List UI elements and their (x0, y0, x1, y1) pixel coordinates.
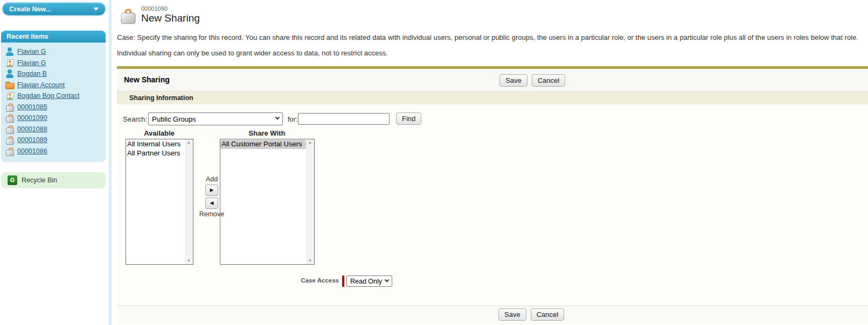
recent-item-link[interactable]: 00001085 (17, 103, 47, 111)
add-label: Add (196, 175, 228, 183)
panel-title: New Sharing (124, 75, 170, 84)
record-number: 00001090 (141, 5, 200, 12)
list-item: 00001086 (5, 146, 103, 157)
recent-item-link[interactable]: Flavian Account (17, 81, 65, 89)
description-line-1: Case: Specify the sharing for this recor… (117, 33, 858, 41)
recent-items-module: Recent Items Flavian G Flavian G (1, 31, 106, 162)
top-button-group: Save Cancel (499, 74, 565, 87)
remove-label: Remove (196, 210, 228, 218)
description-line-2: Individual sharing can only be used to g… (117, 49, 388, 57)
search-type-select[interactable]: Public Groups (148, 112, 283, 125)
create-new-button[interactable]: Create New... (2, 2, 106, 16)
recent-item-link[interactable]: 00001088 (17, 125, 47, 133)
contact-icon (5, 59, 14, 67)
scroll-down-icon[interactable]: ▼ (187, 259, 191, 263)
search-label: Search: (123, 115, 147, 123)
remove-button[interactable]: ◀ (205, 197, 218, 209)
scroll-up-icon[interactable]: ▲ (187, 140, 191, 145)
recent-item-link[interactable]: 00001086 (17, 147, 47, 155)
list-item: Flavian G (5, 58, 103, 69)
for-label: for: (288, 115, 298, 123)
chevron-down-icon (93, 8, 99, 11)
contact-icon (5, 91, 14, 100)
header-text: 00001090 New Sharing (141, 5, 200, 25)
recent-item-link[interactable]: 00001089 (17, 136, 47, 144)
sharing-information-section-header: Sharing Information (117, 91, 868, 104)
section-title: Sharing Information (129, 94, 193, 102)
recent-item-link[interactable]: Bogdan Bog Contact (17, 92, 79, 100)
list-item: 00001089 (5, 135, 103, 146)
save-button[interactable]: Save (499, 74, 527, 87)
list-item: 00001090 (5, 112, 103, 124)
recent-items-list: Flavian G Flavian G Bogdan B Fla (5, 46, 103, 157)
share-with-label: Share With (220, 129, 314, 137)
share-with-listbox[interactable]: All Customer Portal Users ▲ ▼ (220, 139, 315, 265)
list-item: 00001085 (5, 102, 103, 113)
recycle-bin-link[interactable]: Recycle Bin (22, 176, 57, 184)
listbox-option[interactable]: All Partner Users (126, 149, 185, 158)
case-access-label: Case Access (290, 277, 339, 284)
list-item: 00001088 (5, 124, 103, 135)
scroll-down-icon[interactable]: ▼ (308, 259, 313, 263)
scrollbar[interactable]: ▲ ▼ (185, 139, 193, 264)
arrow-right-icon: ▶ (210, 187, 214, 193)
scroll-up-icon[interactable]: ▲ (308, 140, 313, 145)
recent-item-link[interactable]: Flavian G (17, 48, 46, 55)
save-button[interactable]: Save (498, 308, 526, 321)
listbox-option[interactable]: All Internal Users (126, 140, 185, 149)
sidebar-divider (109, 0, 112, 325)
case-icon (5, 103, 14, 111)
recent-item-link[interactable]: Flavian G (17, 59, 46, 67)
recycle-bin-icon (8, 175, 17, 185)
user-icon (5, 47, 14, 56)
case-icon (5, 136, 14, 144)
search-input[interactable] (298, 113, 390, 125)
find-button[interactable]: Find (396, 112, 421, 125)
add-remove-controls: Add ▶ ◀ Remove (196, 175, 228, 218)
recycle-bin-module[interactable]: Recycle Bin (1, 172, 106, 188)
arrow-left-icon: ◀ (210, 200, 214, 206)
case-access-select[interactable]: Read Only (346, 275, 392, 287)
case-access-selected-value: Read Only (350, 278, 382, 285)
panel-header: New Sharing Save Cancel (117, 69, 868, 91)
listbox-option[interactable]: All Customer Portal Users (220, 140, 306, 149)
recent-item-link[interactable]: Bogdan B (17, 70, 47, 77)
create-new-label: Create New... (9, 5, 51, 13)
chevron-down-icon (385, 277, 389, 281)
list-item: Bogdan Bog Contact (5, 90, 103, 102)
panel-footer (117, 306, 868, 324)
case-icon (5, 147, 14, 156)
user-icon (5, 69, 14, 78)
list-item: Flavian Account (5, 80, 103, 91)
case-icon (5, 125, 14, 133)
page-header: 00001090 New Sharing (120, 5, 200, 25)
scrollbar[interactable]: ▲ ▼ (306, 139, 314, 264)
share-with-options: All Customer Portal Users (220, 139, 306, 264)
add-button[interactable]: ▶ (205, 185, 218, 196)
case-icon (5, 114, 14, 122)
required-field-indicator (342, 275, 344, 287)
list-item: Flavian G (5, 46, 103, 58)
sidebar: Create New... Recent Items Flavian G Fla… (0, 0, 112, 325)
bottom-button-group: Save Cancel (498, 308, 564, 321)
recent-items-header: Recent Items (1, 31, 106, 43)
page-title: New Sharing (141, 12, 200, 24)
recent-items-title: Recent Items (6, 33, 48, 40)
case-icon (120, 9, 137, 25)
search-type-selected-value: Public Groups (152, 115, 196, 123)
available-label: Available (126, 129, 193, 137)
recent-items-body: Flavian G Flavian G Bogdan B Fla (1, 43, 106, 162)
cancel-button[interactable]: Cancel (532, 74, 565, 87)
new-sharing-panel: New Sharing Save Cancel Sharing Informat… (117, 66, 868, 324)
folder-icon (5, 81, 14, 89)
recent-item-link[interactable]: 00001090 (17, 114, 47, 122)
list-item: Bogdan B (5, 68, 103, 80)
chevron-down-icon (275, 115, 280, 119)
available-listbox[interactable]: All Internal Users All Partner Users ▲ ▼ (126, 139, 193, 265)
available-options: All Internal Users All Partner Users (126, 139, 185, 264)
cancel-button[interactable]: Cancel (531, 308, 564, 321)
